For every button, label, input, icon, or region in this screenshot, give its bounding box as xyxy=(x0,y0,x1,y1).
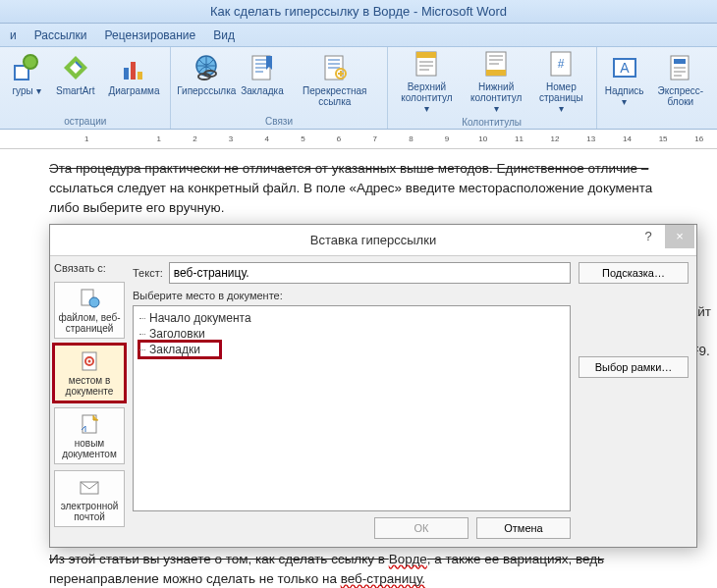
smartart-icon xyxy=(60,52,91,83)
select-place-label: Выберите место в документе: xyxy=(133,290,571,301)
figures-label: гуры xyxy=(12,85,32,96)
svg-rect-12 xyxy=(416,52,436,58)
figures-button[interactable]: гуры ▾ xyxy=(6,49,47,99)
link-place-doc-label: местом в документе xyxy=(57,375,122,397)
link-new-doc-label: новым документом xyxy=(57,438,122,459)
svg-rect-4 xyxy=(138,72,142,80)
header-button[interactable]: Верхний колонтитул ▾ xyxy=(394,45,461,117)
smartart-button[interactable]: SmartArt xyxy=(51,49,99,99)
chart-label: Диаграмма xyxy=(108,85,159,96)
ribbon: гуры ▾ SmartArt Диаграмма острации Гипер… xyxy=(0,47,717,130)
new-doc-icon xyxy=(78,412,101,436)
header-label: Верхний колонтитул xyxy=(401,81,452,103)
header-icon xyxy=(411,48,442,80)
pagenumber-button[interactable]: # Номер страницы ▾ xyxy=(532,45,590,117)
group-illustrations-label: острации xyxy=(6,114,164,128)
tooltip-button[interactable]: Подсказка… xyxy=(579,262,689,284)
email-icon xyxy=(78,475,101,499)
chart-icon xyxy=(118,52,149,83)
ok-button: ОК xyxy=(374,517,469,539)
crossref-button[interactable]: Перекрестная ссылка xyxy=(289,49,381,110)
file-web-icon xyxy=(78,287,101,310)
document-body[interactable]: Эта процедура практически не отличается … xyxy=(0,149,717,226)
dialog-help-button[interactable]: ? xyxy=(634,225,663,248)
svg-point-22 xyxy=(89,297,99,307)
window-title: Как сделать гиперссылку в Ворде - Micros… xyxy=(0,0,717,24)
display-text-input[interactable] xyxy=(169,262,571,284)
textbox-icon: A xyxy=(609,52,640,83)
hyperlink-button[interactable]: Гиперссылка xyxy=(177,49,236,99)
bookmark-icon xyxy=(247,52,278,83)
crossref-label: Перекрестная ссылка xyxy=(294,85,376,107)
group-text-label xyxy=(603,114,711,128)
group-headerfooter-label: Колонтитулы xyxy=(394,117,590,128)
svg-text:#: # xyxy=(558,57,565,71)
svg-text:A: A xyxy=(620,60,630,76)
quickparts-label: Экспресс-блоки xyxy=(655,85,706,107)
bookmark-label: Закладка xyxy=(241,85,283,96)
chart-button[interactable]: Диаграмма xyxy=(103,49,164,99)
link-email[interactable]: электронной почтой xyxy=(54,470,125,527)
insert-hyperlink-dialog: Вставка гиперссылки ? × Связать с: файло… xyxy=(49,224,697,548)
svg-rect-3 xyxy=(131,62,136,80)
doc-line-1: Эта процедура практически не отличается … xyxy=(49,161,648,176)
linkto-sidebar: Связать с: файлом, веб-страницей местом … xyxy=(50,256,129,547)
place-doc-icon xyxy=(78,349,101,373)
footer-icon xyxy=(480,48,512,80)
bookmark-button[interactable]: Закладка xyxy=(240,49,285,99)
doc-line-3: либо выберите его вручную. xyxy=(49,200,225,215)
dialog-close-button[interactable]: × xyxy=(665,225,694,248)
pagenumber-label: Номер страницы xyxy=(539,81,583,103)
cancel-button[interactable]: Отмена xyxy=(476,517,571,539)
textbox-button[interactable]: A Надпись ▾ xyxy=(603,49,646,110)
link-file-web-label: файлом, веб-страницей xyxy=(57,312,122,334)
dialog-right-col: Подсказка… Выбор рамки… xyxy=(579,256,696,547)
dialog-title: Вставка гиперссылки ? × xyxy=(50,225,696,256)
svg-rect-20 xyxy=(674,59,686,64)
pagenumber-icon: # xyxy=(545,48,577,80)
ribbon-group-headerfooter: Верхний колонтитул ▾ Нижний колонтитул ▾… xyxy=(388,47,597,129)
hyperlink-label: Гиперссылка xyxy=(177,85,236,96)
tree-headings[interactable]: Заголовки xyxy=(139,326,564,342)
text-label: Текст: xyxy=(133,267,163,279)
ribbon-group-links: Гиперссылка Закладка Перекрестная ссылка… xyxy=(171,47,387,129)
svg-rect-14 xyxy=(486,70,506,76)
svg-rect-2 xyxy=(124,68,129,80)
tab-mailings[interactable]: Рассылки xyxy=(34,24,87,46)
crossref-icon xyxy=(319,52,351,83)
tree-bookmarks[interactable]: Закладки xyxy=(139,342,220,357)
quickparts-icon xyxy=(665,52,696,83)
footer-button[interactable]: Нижний колонтитул ▾ xyxy=(464,45,528,117)
smartart-label: SmartArt xyxy=(56,85,94,96)
document-body-bottom[interactable]: Из этой статьи вы узнаете о том, как сде… xyxy=(49,550,678,588)
textbox-label: Надпись xyxy=(605,85,644,96)
dialog-main: Текст: Выберите место в документе: Начал… xyxy=(129,256,579,547)
ribbon-group-text: A Надпись ▾ Экспресс-блоки xyxy=(597,47,717,129)
svg-point-1 xyxy=(24,55,37,69)
svg-point-25 xyxy=(88,360,91,363)
tab-view[interactable]: Вид xyxy=(213,24,235,46)
link-email-label: электронной почтой xyxy=(57,501,122,522)
link-file-web[interactable]: файлом, веб-страницей xyxy=(54,282,125,339)
tab-review[interactable]: Рецензирование xyxy=(105,24,196,46)
linkto-label: Связать с: xyxy=(54,262,125,274)
ribbon-group-illustrations: гуры ▾ SmartArt Диаграмма острации xyxy=(0,47,171,129)
tree-doc-start[interactable]: Начало документа xyxy=(139,310,564,326)
tab-fragment[interactable]: и xyxy=(10,24,17,46)
group-links-label: Связи xyxy=(177,114,380,128)
ribbon-tabs: и Рассылки Рецензирование Вид xyxy=(0,24,717,47)
frame-button[interactable]: Выбор рамки… xyxy=(579,356,689,378)
link-new-doc[interactable]: новым документом xyxy=(54,407,125,464)
ruler: 112345678910111213141516 xyxy=(0,130,717,149)
hyperlink-icon xyxy=(191,52,222,83)
place-tree[interactable]: Начало документа Заголовки Закладки xyxy=(133,305,571,511)
doc-line-2: ссылаться следует на конкретный файл. В … xyxy=(49,181,652,195)
shapes-icon xyxy=(11,52,42,83)
link-place-doc[interactable]: местом в документе xyxy=(54,345,125,401)
quickparts-button[interactable]: Экспресс-блоки xyxy=(650,49,711,110)
footer-label: Нижний колонтитул xyxy=(470,81,522,103)
